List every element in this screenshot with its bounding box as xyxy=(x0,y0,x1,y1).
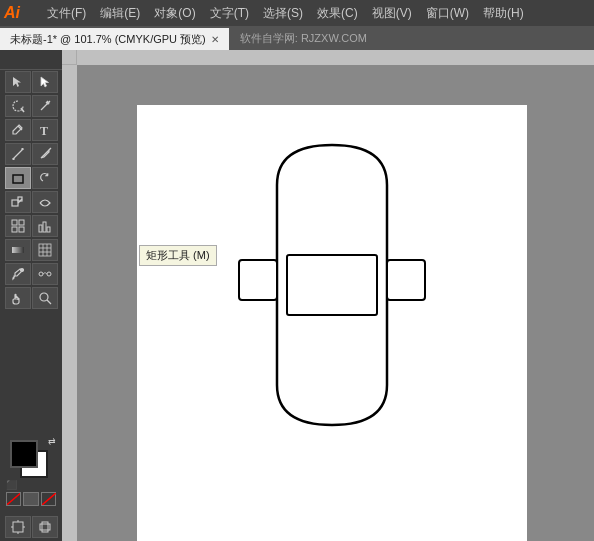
tool-row-4 xyxy=(2,143,60,165)
menu-file[interactable]: 文件(F) xyxy=(40,3,93,24)
no-fill-swatch[interactable] xyxy=(6,492,21,506)
main-area: T xyxy=(0,50,594,541)
svg-line-10 xyxy=(49,148,51,150)
menu-bar: Ai 文件(F) 编辑(E) 对象(O) 文字(T) 选择(S) 效果(C) 视… xyxy=(0,0,594,26)
menu-object[interactable]: 对象(O) xyxy=(147,3,202,24)
warp-tool[interactable] xyxy=(32,191,58,213)
align-tool[interactable] xyxy=(32,516,58,538)
tool-row-9 xyxy=(2,263,60,285)
svg-rect-11 xyxy=(13,175,23,183)
tool-row-10 xyxy=(2,287,60,309)
tab-active[interactable]: 未标题-1* @ 101.7% (CMYK/GPU 预览) ✕ xyxy=(0,26,230,50)
tab-website: 软件自学网: RJZXW.COM xyxy=(230,26,377,50)
svg-point-4 xyxy=(46,102,49,105)
lasso-tool[interactable] xyxy=(5,95,31,117)
line-tool[interactable] xyxy=(5,143,31,165)
pencil-tool[interactable] xyxy=(32,143,58,165)
tab-bar: 未标题-1* @ 101.7% (CMYK/GPU 预览) ✕ 软件自学网: R… xyxy=(0,26,594,50)
ruler-corner-square xyxy=(62,50,77,65)
rectangle-tool[interactable] xyxy=(5,167,31,189)
svg-rect-46 xyxy=(287,255,377,315)
svg-rect-22 xyxy=(12,247,24,253)
hand-tool[interactable] xyxy=(5,287,31,309)
svg-rect-18 xyxy=(19,227,24,232)
tab-close-button[interactable]: ✕ xyxy=(211,34,219,45)
foreground-color-swatch[interactable] xyxy=(10,440,38,468)
none-swatch[interactable] xyxy=(41,492,56,506)
type-tool[interactable]: T xyxy=(32,119,58,141)
eyedropper-tool[interactable] xyxy=(5,263,31,285)
svg-point-28 xyxy=(20,269,23,272)
svg-text:T: T xyxy=(40,124,48,137)
zoom-tool[interactable] xyxy=(32,287,58,309)
tool-row-bottom xyxy=(2,516,60,538)
tool-row-7 xyxy=(2,215,60,237)
artboard xyxy=(137,105,527,541)
svg-rect-17 xyxy=(12,227,17,232)
horizontal-ruler: // tick marks rendered inline xyxy=(77,50,594,65)
swap-colors-icon[interactable]: ⇄ xyxy=(48,436,56,446)
svg-rect-15 xyxy=(12,220,17,225)
tool-row-2 xyxy=(2,95,60,117)
menu-type[interactable]: 文字(T) xyxy=(203,3,256,24)
svg-line-34 xyxy=(42,493,56,505)
symbol-tool[interactable] xyxy=(5,215,31,237)
reset-colors-icon[interactable]: ⬛ xyxy=(6,480,17,490)
svg-rect-45 xyxy=(387,260,425,300)
canvas-wrapper: // tick marks rendered inline xyxy=(62,50,594,541)
svg-rect-20 xyxy=(43,222,46,232)
color-area: ⬛ ⇄ xyxy=(0,432,62,512)
tab-label: 未标题-1* @ 101.7% (CMYK/GPU 预览) xyxy=(10,32,206,47)
svg-rect-9 xyxy=(21,148,23,150)
canvas-inner: 矩形工具 (M) xyxy=(62,65,594,541)
menu-view[interactable]: 视图(V) xyxy=(365,3,419,24)
scale-tool[interactable] xyxy=(5,191,31,213)
svg-rect-21 xyxy=(47,227,50,232)
svg-rect-44 xyxy=(239,260,277,300)
svg-rect-19 xyxy=(39,225,42,232)
tool-row-6 xyxy=(2,191,60,213)
select-tool[interactable] xyxy=(5,71,31,93)
mesh-tool[interactable] xyxy=(32,239,58,261)
toolbar: T xyxy=(0,50,62,541)
tool-row-8 xyxy=(2,239,60,261)
svg-rect-16 xyxy=(19,220,24,225)
vertical-ruler xyxy=(62,65,77,541)
tool-row-3: T xyxy=(2,119,60,141)
menu-effect[interactable]: 效果(C) xyxy=(310,3,365,24)
canvas-area[interactable]: 矩形工具 (M) xyxy=(77,65,594,541)
svg-line-32 xyxy=(47,300,51,304)
rotate-tool[interactable] xyxy=(32,167,58,189)
menu-window[interactable]: 窗口(W) xyxy=(419,3,476,24)
tool-row-5 xyxy=(2,167,60,189)
svg-rect-12 xyxy=(12,200,18,206)
canvas-drawing xyxy=(137,105,527,541)
gray-swatch[interactable] xyxy=(23,492,38,506)
svg-point-30 xyxy=(47,272,51,276)
magic-wand-tool[interactable] xyxy=(32,95,58,117)
menu-help[interactable]: 帮助(H) xyxy=(476,3,531,24)
svg-rect-42 xyxy=(77,50,594,65)
graph-tool[interactable] xyxy=(32,215,58,237)
artboard-tool[interactable] xyxy=(5,516,31,538)
app-logo: Ai xyxy=(4,4,30,22)
direct-select-tool[interactable] xyxy=(32,71,58,93)
svg-line-33 xyxy=(7,493,20,504)
tool-row-1 xyxy=(2,71,60,93)
svg-point-29 xyxy=(39,272,43,276)
svg-line-7 xyxy=(13,149,23,159)
blend-tool[interactable] xyxy=(32,263,58,285)
ruler-corner xyxy=(0,52,62,70)
gradient-tool[interactable] xyxy=(5,239,31,261)
svg-point-31 xyxy=(40,293,48,301)
svg-rect-43 xyxy=(62,65,77,541)
svg-rect-8 xyxy=(12,158,14,160)
pen-tool[interactable] xyxy=(5,119,31,141)
menu-edit[interactable]: 编辑(E) xyxy=(93,3,147,24)
menu-select[interactable]: 选择(S) xyxy=(256,3,310,24)
svg-rect-35 xyxy=(13,522,23,532)
svg-rect-23 xyxy=(39,244,51,256)
